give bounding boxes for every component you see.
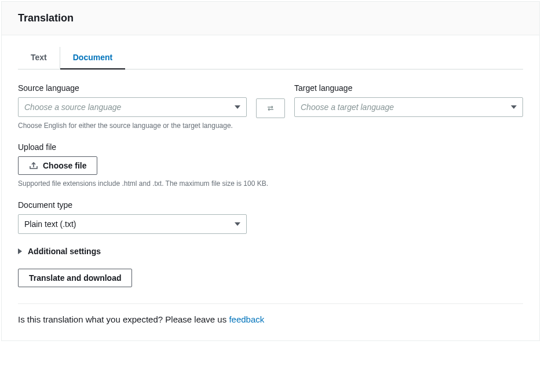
choose-file-button[interactable]: Choose file	[18, 156, 97, 175]
caret-down-icon	[511, 105, 517, 109]
triangle-right-icon	[18, 248, 22, 254]
translate-download-button[interactable]: Translate and download	[18, 269, 132, 287]
feedback-link[interactable]: feedback	[229, 314, 264, 324]
page-title: Translation	[18, 12, 523, 24]
additional-settings-label: Additional settings	[28, 247, 101, 256]
doc-type-label: Document type	[18, 200, 523, 210]
source-language-col: Source language Choose a source language	[18, 83, 247, 117]
feedback-prompt: Is this translation what you expected? P…	[18, 314, 229, 324]
tab-document[interactable]: Document	[60, 47, 125, 69]
tabs: Text Document	[18, 47, 523, 69]
target-language-col: Target language Choose a target language	[294, 83, 523, 117]
upload-label: Upload file	[18, 142, 523, 152]
target-language-select[interactable]: Choose a target language	[294, 97, 523, 117]
target-language-label: Target language	[294, 83, 523, 93]
source-language-label: Source language	[18, 83, 247, 93]
choose-file-label: Choose file	[43, 161, 86, 170]
source-helper-text: Choose English for either the source lan…	[18, 122, 523, 130]
translation-panel: Translation Text Document Source languag…	[1, 1, 540, 341]
feedback-row: Is this translation what you expected? P…	[18, 314, 523, 324]
language-row: Source language Choose a source language…	[18, 83, 523, 118]
panel-body: Text Document Source language Choose a s…	[2, 35, 539, 340]
panel-header: Translation	[2, 2, 539, 35]
upload-helper-text: Supported file extensions include .html …	[18, 179, 523, 188]
upload-icon	[29, 161, 38, 170]
swap-col	[256, 83, 285, 118]
caret-down-icon	[235, 222, 240, 226]
source-language-select[interactable]: Choose a source language	[18, 97, 247, 117]
doc-type-value: Plain text (.txt)	[24, 219, 76, 229]
swap-languages-button[interactable]	[256, 98, 285, 118]
additional-settings-expander[interactable]: Additional settings	[18, 247, 523, 256]
translate-download-label: Translate and download	[29, 273, 121, 283]
tab-text[interactable]: Text	[18, 47, 60, 69]
target-language-placeholder: Choose a target language	[301, 102, 394, 112]
caret-down-icon	[235, 105, 240, 109]
source-language-placeholder: Choose a source language	[24, 102, 121, 112]
swap-icon	[266, 104, 275, 113]
upload-section: Upload file Choose file Supported file e…	[18, 142, 523, 188]
divider	[18, 303, 523, 304]
doc-type-select[interactable]: Plain text (.txt)	[18, 214, 247, 234]
doc-type-section: Document type Plain text (.txt)	[18, 200, 523, 234]
